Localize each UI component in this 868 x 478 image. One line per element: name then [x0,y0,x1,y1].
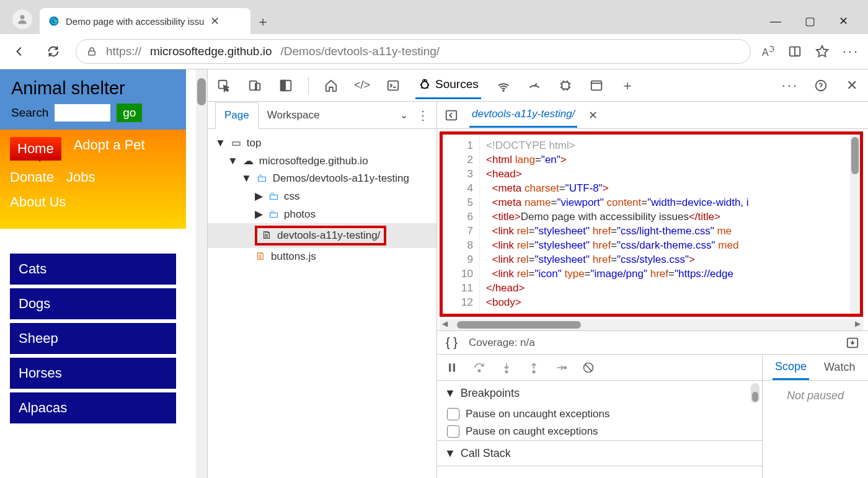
category-link[interactable]: Horses [10,358,176,389]
add-tab-icon[interactable]: ＋ [619,77,636,94]
search-input[interactable] [55,104,110,122]
tree-photos[interactable]: ▶🗀photos [208,205,436,223]
pause-icon[interactable] [446,361,458,374]
watch-tab[interactable]: Watch [824,361,855,374]
read-aloud-icon[interactable]: Aℑ [762,45,774,58]
maximize-button[interactable]: ▢ [805,14,815,28]
cloud-icon: ☁ [243,154,254,167]
profile-avatar[interactable] [12,9,32,29]
tree-top[interactable]: ▼▭top [208,134,436,152]
category-link[interactable]: Dogs [10,288,176,319]
deactivate-breakpoints-icon[interactable] [582,361,595,374]
code-content: <!DOCTYPE html> <html lang="en"> <head> … [480,135,749,314]
svg-rect-13 [591,81,601,90]
nav-adopt[interactable]: Adopt a Pet [74,137,145,161]
download-icon[interactable] [846,336,859,350]
devtools-more-icon[interactable]: ··· [782,77,799,94]
step-out-icon[interactable] [528,361,540,374]
page-subtab[interactable]: Page [215,102,259,129]
dock-icon[interactable] [277,77,294,94]
search-label: Search [11,106,48,120]
tree-folder[interactable]: ▼🗀Demos/devtools-a11y-testing [208,170,436,187]
help-icon[interactable] [812,77,830,94]
new-tab-button[interactable]: ＋ [250,9,275,34]
nav-jobs[interactable]: Jobs [66,169,95,185]
tree-html-file[interactable]: 🗎devtools-a11y-testing/ [208,223,436,248]
line-gutter: 123456789101112 [443,135,480,314]
main-area: Animal shelter Search go Home Adopt a Pe… [0,69,868,478]
svg-point-22 [564,366,566,368]
svg-rect-2 [89,51,95,55]
editor-file-tab[interactable]: devtools-a11y-testing/ [469,102,577,128]
console-tab-icon[interactable] [384,77,402,94]
svg-rect-8 [281,80,285,91]
nav-back-icon[interactable] [445,108,458,122]
category-link[interactable]: Sheep [10,323,176,354]
network-tab-icon[interactable] [495,77,512,94]
bug-icon [418,77,432,91]
svg-point-20 [505,371,507,373]
nav-home[interactable]: Home [10,137,61,161]
sources-tab[interactable]: Sources [415,71,481,99]
code-editor[interactable]: 123456789101112 <!DOCTYPE html> <html la… [440,131,863,317]
device-toggle-icon[interactable] [246,77,264,94]
inspect-icon[interactable] [215,77,232,94]
svg-point-0 [20,15,25,19]
go-button[interactable]: go [117,104,142,122]
step-icon[interactable] [555,361,567,374]
editor-footer: { } Coverage: n/a [437,330,868,354]
performance-tab-icon[interactable] [526,77,543,94]
tree-js-file[interactable]: 🗎buttons.js [208,248,436,265]
tab-title: Demo page with accessibility issu [66,16,204,27]
application-tab-icon[interactable] [588,77,605,94]
svg-rect-15 [446,110,457,120]
tree-domain[interactable]: ▼☁microsoftedge.github.io [208,152,436,170]
devtools-toolbar: </> Sources ＋ ··· ✕ [208,69,868,102]
minimize-button[interactable]: — [770,15,781,28]
pause-uncaught-checkbox[interactable]: Pause on uncaught exceptions [437,405,762,423]
browser-tab[interactable]: Demo page with accessibility issu ✕ [40,8,250,34]
workspace-subtab[interactable]: Workspace [259,103,400,128]
step-into-icon[interactable] [500,361,513,374]
page-scrollbar[interactable] [196,69,207,478]
category-link[interactable]: Alpacas [10,392,176,423]
back-button[interactable] [9,40,31,63]
tab-close-icon[interactable]: ✕ [210,14,219,28]
editor-h-scrollbar[interactable] [440,319,863,330]
devtools-close-icon[interactable]: ✕ [843,77,861,94]
category-link[interactable]: Cats [10,254,176,285]
svg-rect-9 [388,81,399,90]
breakpoints-section[interactable]: ▼Breakpoints [437,381,762,405]
refresh-button[interactable] [42,40,64,63]
url-input[interactable]: https://microsoftedge.github.io/Demos/de… [76,39,751,64]
rendered-page: Animal shelter Search go Home Adopt a Pe… [0,69,208,478]
welcome-tab-icon[interactable] [322,77,340,94]
scope-tab[interactable]: Scope [773,355,809,380]
callstack-section[interactable]: ▼Call Stack [437,441,762,466]
url-host: microsoftedge.github.io [150,45,272,58]
favorite-icon[interactable] [815,45,829,58]
elements-tab-icon[interactable]: </> [353,77,371,94]
step-over-icon[interactable] [473,361,485,374]
close-window-button[interactable]: ✕ [839,14,848,28]
file-icon: 🗎 [261,229,272,242]
tree-css[interactable]: ▶🗀css [208,187,436,205]
chevron-down-icon[interactable]: ⌄ [400,109,408,121]
pretty-print-icon[interactable]: { } [446,335,458,350]
svg-rect-18 [453,363,455,371]
more-menu-icon[interactable]: ··· [843,43,859,60]
nav-donate[interactable]: Donate [10,169,54,185]
page-title: Animal shelter [11,78,175,99]
memory-tab-icon[interactable] [557,77,574,94]
sidebar-more-icon[interactable]: ⋮ [417,108,429,123]
coverage-label: Coverage: n/a [469,337,535,349]
nav-about[interactable]: About Us [10,194,66,210]
not-paused-label: Not paused [763,381,868,402]
editor-tab-close-icon[interactable]: ✕ [588,108,598,122]
editor-v-scrollbar[interactable] [850,135,860,314]
edge-icon [48,15,60,27]
debugger-toolbar [437,355,762,381]
pause-caught-checkbox[interactable]: Pause on caught exceptions [437,423,762,440]
reading-view-icon[interactable] [788,45,802,58]
svg-point-21 [533,371,534,373]
